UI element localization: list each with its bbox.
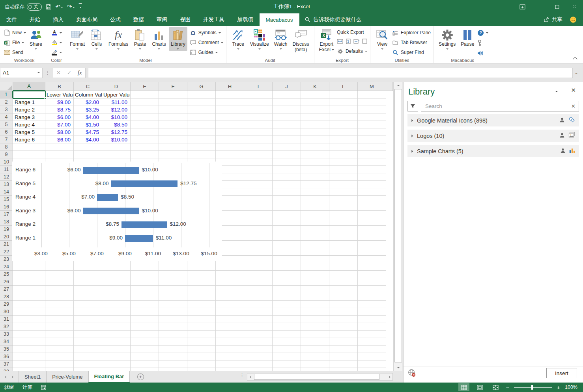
cell-D38[interactable] xyxy=(102,368,131,371)
column-header-C[interactable]: C xyxy=(74,82,102,91)
cell-E8[interactable] xyxy=(131,143,159,151)
cell-M14[interactable] xyxy=(358,188,386,196)
redo-dropdown-icon[interactable] xyxy=(73,7,75,9)
formulas-button[interactable]: fxFormulas xyxy=(107,27,130,51)
cell-J27[interactable] xyxy=(273,286,301,293)
cell-I8[interactable] xyxy=(244,143,273,151)
cell-F29[interactable] xyxy=(159,301,187,308)
row-header-7[interactable]: 7 xyxy=(0,136,13,143)
cell-E26[interactable] xyxy=(131,278,159,286)
scroll-down-button[interactable] xyxy=(394,364,402,371)
cell-D6[interactable]: $12.75 xyxy=(102,128,131,136)
cell-A9[interactable] xyxy=(13,151,45,158)
cell-K12[interactable] xyxy=(301,173,329,181)
cell-J24[interactable] xyxy=(273,263,301,271)
cell-I15[interactable] xyxy=(244,196,273,203)
clear-search-icon[interactable]: ✕ xyxy=(571,103,576,109)
cell-C34[interactable] xyxy=(74,338,102,346)
cell-C24[interactable] xyxy=(74,263,102,271)
cell-J7[interactable] xyxy=(273,136,301,143)
cell-E31[interactable] xyxy=(131,316,159,323)
name-box-splitter[interactable]: ⋮ xyxy=(43,70,53,76)
settings-button[interactable]: Settings xyxy=(437,27,458,51)
cell-A25[interactable] xyxy=(13,271,45,278)
cell-M35[interactable] xyxy=(358,346,386,353)
cell-M38[interactable] xyxy=(358,368,386,371)
cell-B34[interactable] xyxy=(45,338,74,346)
cell-E4[interactable] xyxy=(131,113,159,121)
font-color-button[interactable]: A xyxy=(51,29,62,37)
cell-L25[interactable] xyxy=(329,271,358,278)
ribbon-tab-加载项[interactable]: 加载项 xyxy=(231,13,260,26)
vertical-scrollbar[interactable] xyxy=(393,82,402,371)
export-width-button[interactable] xyxy=(337,39,343,45)
cell-E6[interactable] xyxy=(131,128,159,136)
column-header-A[interactable]: A xyxy=(13,82,45,91)
row-header-16[interactable]: 16 xyxy=(0,203,13,211)
cell-D1[interactable]: Upper Value xyxy=(102,91,131,98)
cell-J30[interactable] xyxy=(273,308,301,316)
chart-bar-range-1[interactable] xyxy=(125,235,153,242)
cell-M26[interactable] xyxy=(358,278,386,286)
row-header-21[interactable]: 21 xyxy=(0,241,13,248)
cell-C37[interactable] xyxy=(74,360,102,368)
tab-scroll-splitter[interactable]: ⋮ xyxy=(240,374,243,376)
cell-B28[interactable] xyxy=(45,293,74,301)
tell-me-search[interactable]: 告诉我你想要做什么 xyxy=(299,13,367,26)
row-header-23[interactable]: 23 xyxy=(0,256,13,263)
row-header-19[interactable]: 19 xyxy=(0,226,13,233)
cell-K4[interactable] xyxy=(301,113,329,121)
undo-dropdown-icon[interactable] xyxy=(61,7,63,9)
cell-A3[interactable]: Range 2 xyxy=(13,106,45,113)
cell-E38[interactable] xyxy=(131,368,159,371)
cell-G6[interactable] xyxy=(187,128,216,136)
cell-G1[interactable] xyxy=(187,91,216,98)
cell-A2[interactable]: Range 1 xyxy=(13,98,45,106)
cell-I26[interactable] xyxy=(244,278,273,286)
cell-I2[interactable] xyxy=(244,98,273,106)
cell-J19[interactable] xyxy=(273,226,301,233)
cell-K32[interactable] xyxy=(301,323,329,331)
comment-button[interactable]: Comment xyxy=(190,39,223,46)
cell-I18[interactable] xyxy=(244,218,273,226)
cell-F2[interactable] xyxy=(159,98,187,106)
row-header-15[interactable]: 15 xyxy=(0,196,13,203)
cell-J10[interactable] xyxy=(273,158,301,166)
cell-E37[interactable] xyxy=(131,360,159,368)
cell-C32[interactable] xyxy=(74,323,102,331)
macro-record-icon[interactable] xyxy=(41,385,46,390)
cell-M11[interactable] xyxy=(358,166,386,173)
cell-J20[interactable] xyxy=(273,233,301,241)
cell-F9[interactable] xyxy=(159,151,187,158)
cell-L9[interactable] xyxy=(329,151,358,158)
ribbon-tab-数据[interactable]: 数据 xyxy=(127,13,150,26)
cell-G31[interactable] xyxy=(187,316,216,323)
library-item-3[interactable]: Sample Charts (5) xyxy=(407,145,579,157)
cell-K35[interactable] xyxy=(301,346,329,353)
cell-B25[interactable] xyxy=(45,271,74,278)
cell-L22[interactable] xyxy=(329,248,358,256)
cell-I9[interactable] xyxy=(244,151,273,158)
cell-I22[interactable] xyxy=(244,248,273,256)
cell-B36[interactable] xyxy=(45,353,74,360)
row-header-14[interactable]: 14 xyxy=(0,188,13,196)
save-button[interactable] xyxy=(46,4,52,10)
zoom-slider[interactable] xyxy=(514,387,552,388)
cell-B7[interactable]: $6.00 xyxy=(45,136,74,143)
cell-K8[interactable] xyxy=(301,143,329,151)
cell-J38[interactable] xyxy=(273,368,301,371)
cell-F35[interactable] xyxy=(159,346,187,353)
name-box[interactable]: A1 xyxy=(0,68,43,78)
cell-L1[interactable] xyxy=(329,91,358,98)
cell-J1[interactable] xyxy=(273,91,301,98)
cell-F37[interactable] xyxy=(159,360,187,368)
normal-view-button[interactable] xyxy=(458,383,469,391)
cell-I17[interactable] xyxy=(244,211,273,218)
cells-button[interactable]: Cells xyxy=(88,27,106,51)
export-excel-button[interactable]: XExportExcel xyxy=(317,27,336,53)
cell-M16[interactable] xyxy=(358,203,386,211)
cell-B29[interactable] xyxy=(45,301,74,308)
cell-K11[interactable] xyxy=(301,166,329,173)
cell-E28[interactable] xyxy=(131,293,159,301)
cell-M18[interactable] xyxy=(358,218,386,226)
